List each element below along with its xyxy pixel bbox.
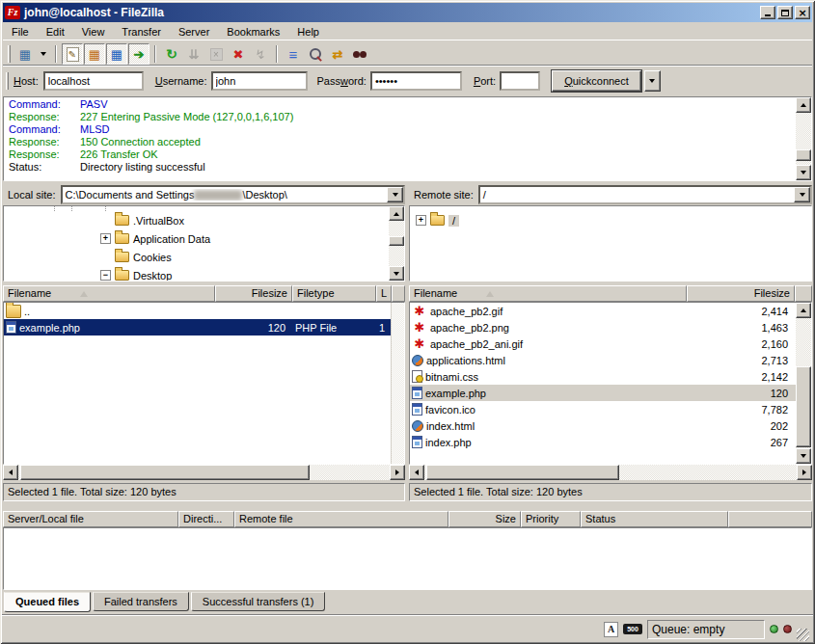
site-manager-button[interactable]	[14, 43, 36, 65]
scrollbar-track[interactable]	[424, 465, 797, 480]
file-row[interactable]: favicon.ico 7,782	[410, 401, 811, 417]
menu-edit[interactable]: Edit	[38, 23, 73, 40]
file-row[interactable]: apache_pb2.gif 2,414	[410, 303, 811, 319]
file-row[interactable]: index.html 202	[410, 417, 811, 434]
file-row[interactable]: bitnami.css 2,142	[410, 368, 811, 385]
site-manager-dropdown-button[interactable]	[37, 43, 50, 65]
toggle-message-log-button[interactable]	[62, 43, 83, 65]
column-last-modified[interactable]: L	[376, 285, 392, 302]
column-remote-file[interactable]: Remote file	[234, 511, 448, 527]
scrollbar-track[interactable]	[796, 318, 811, 448]
menu-view[interactable]: View	[73, 23, 114, 40]
tree-item-root[interactable]: /	[410, 211, 796, 229]
column-direction[interactable]: Directi...	[178, 511, 234, 527]
scrollbar-track[interactable]	[796, 113, 811, 165]
file-row[interactable]: applications.html 2,713	[410, 352, 811, 368]
tree-expander[interactable]	[100, 233, 111, 244]
log-scrollbar[interactable]	[796, 97, 811, 180]
scrollbar-thumb[interactable]	[796, 149, 811, 161]
column-priority[interactable]: Priority	[521, 511, 581, 527]
disconnect-button[interactable]	[228, 43, 249, 65]
tree-expander[interactable]	[416, 215, 426, 226]
tree-item[interactable]: Application Data	[4, 229, 389, 248]
port-input[interactable]	[500, 71, 540, 91]
column-filename[interactable]: Filename	[409, 285, 687, 302]
scroll-left-button[interactable]	[409, 465, 424, 480]
column-filler	[392, 285, 405, 302]
column-filesize[interactable]: Filesize	[687, 285, 795, 302]
tab-queued-files[interactable]: Queued files	[4, 592, 91, 612]
local-list-scrollbar[interactable]	[391, 303, 404, 464]
scrollbar-track[interactable]	[18, 465, 390, 480]
scroll-left-button[interactable]	[3, 465, 18, 480]
compare-button[interactable]	[305, 43, 326, 65]
menu-file[interactable]: File	[3, 23, 38, 40]
file-row[interactable]: example.php 120 PHP File 1	[4, 319, 404, 335]
scrollbar-thumb[interactable]	[796, 366, 811, 447]
local-site-combo-button[interactable]	[387, 187, 403, 202]
scroll-right-button[interactable]	[797, 465, 812, 480]
tab-successful-transfers[interactable]: Successful transfers (1)	[191, 592, 326, 611]
scrollbar-thumb[interactable]	[20, 465, 310, 480]
username-input[interactable]	[211, 71, 308, 91]
column-filesize[interactable]: Filesize	[215, 285, 292, 302]
scroll-down-button[interactable]	[389, 266, 404, 281]
file-row[interactable]: ..	[4, 303, 404, 319]
tree-item[interactable]: Desktop	[4, 266, 389, 282]
quickconnect-button[interactable]: Quickconnect	[552, 70, 641, 92]
toggle-remote-tree-button[interactable]	[106, 43, 127, 65]
sync-browsing-button[interactable]	[327, 43, 348, 65]
column-filetype[interactable]: Filetype	[292, 285, 376, 302]
remote-site-combo[interactable]: /	[478, 185, 812, 204]
scrollbar-thumb[interactable]	[389, 236, 404, 246]
find-files-button[interactable]	[349, 43, 370, 65]
file-row[interactable]: example.php 120	[410, 385, 811, 401]
remote-list-hscrollbar[interactable]	[409, 465, 812, 480]
tree-item[interactable]: .VirtualBox	[4, 211, 389, 229]
title-bar[interactable]: Fz john@localhost - FileZilla ×	[3, 3, 812, 22]
tree-expander[interactable]	[100, 270, 111, 281]
chevron-down-icon	[393, 193, 398, 197]
password-input[interactable]	[370, 71, 462, 91]
scroll-right-button[interactable]	[390, 465, 405, 480]
quickconnect-dropdown-button[interactable]	[644, 70, 661, 92]
scrollbar-thumb[interactable]	[426, 465, 619, 480]
scroll-up-button[interactable]	[389, 206, 404, 221]
menu-transfer[interactable]: Transfer	[113, 23, 170, 40]
scroll-up-button[interactable]	[796, 303, 811, 318]
toggle-local-tree-button[interactable]	[84, 43, 105, 65]
resize-grip-icon[interactable]	[797, 629, 809, 641]
column-filename[interactable]: Filename	[3, 285, 215, 302]
column-status[interactable]: Status	[581, 511, 728, 527]
scrollbar-track[interactable]	[389, 221, 404, 266]
scroll-up-button[interactable]	[796, 97, 811, 113]
minimize-button[interactable]	[760, 6, 775, 19]
toggle-queue-button[interactable]	[128, 43, 149, 65]
tree-item[interactable]: Cookies	[4, 248, 389, 266]
remote-tree-icon	[109, 46, 125, 63]
queue-header: Server/Local file Directi... Remote file…	[3, 511, 812, 527]
remote-site-combo-button[interactable]	[794, 187, 810, 202]
local-list-hscrollbar[interactable]	[3, 465, 405, 480]
file-row[interactable]: apache_pb2.png 1,463	[410, 319, 811, 335]
menu-help[interactable]: Help	[288, 23, 328, 40]
file-row[interactable]: index.php 267	[410, 434, 811, 450]
host-input[interactable]	[43, 71, 144, 91]
local-site-combo[interactable]: C:\Documents and Settings\Desktop\	[61, 185, 405, 204]
local-tree-scrollbar[interactable]	[389, 206, 404, 281]
close-button[interactable]: ×	[795, 6, 810, 19]
scroll-down-button[interactable]	[796, 165, 811, 180]
column-server-local-file[interactable]: Server/Local file	[3, 511, 178, 527]
refresh-button[interactable]	[161, 43, 182, 65]
tab-failed-transfers[interactable]: Failed transfers	[93, 592, 189, 611]
remote-file-list: apache_pb2.gif 2,414 apache_pb2.png 1,46…	[409, 302, 812, 465]
filter-button[interactable]	[283, 43, 304, 65]
filezilla-logo-icon: Fz	[5, 6, 20, 19]
remote-list-scrollbar[interactable]	[796, 303, 811, 464]
column-size[interactable]: Size	[448, 511, 521, 527]
maximize-button[interactable]	[777, 6, 793, 19]
menu-server[interactable]: Server	[170, 23, 218, 40]
scroll-down-button[interactable]	[796, 448, 811, 464]
file-row[interactable]: apache_pb2_ani.gif 2,160	[410, 335, 811, 352]
menu-bookmarks[interactable]: Bookmarks	[218, 23, 288, 40]
